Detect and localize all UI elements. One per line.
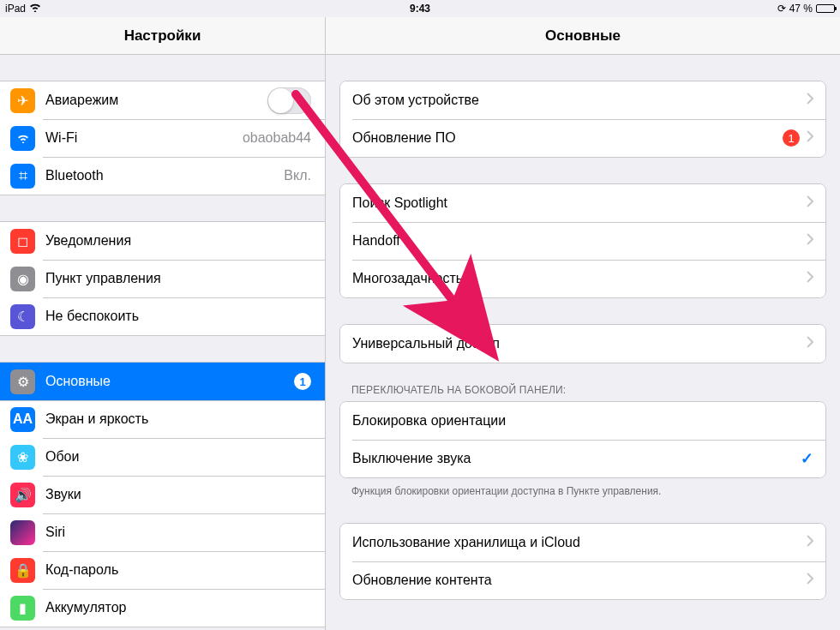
chevron-icon xyxy=(807,233,813,249)
sidebar-item-battery[interactable]: ▮ Аккумулятор xyxy=(0,589,325,627)
multitasking-label: Многозадачность xyxy=(352,271,800,286)
detail-item-mute[interactable]: Выключение звука ✓ xyxy=(340,440,825,477)
chevron-icon xyxy=(807,130,813,146)
general-badge: 1 xyxy=(294,373,311,390)
orientation-lock-icon: ⟳ xyxy=(777,3,786,15)
general-label: Основные xyxy=(45,374,294,389)
sidebar-item-dnd[interactable]: ☾ Не беспокоить xyxy=(0,297,325,335)
software-update-label: Обновление ПО xyxy=(352,130,783,146)
handoff-label: Handoff xyxy=(352,233,800,249)
detail-item-background-refresh[interactable]: Обновление контента xyxy=(340,561,825,599)
control-center-icon: ◉ xyxy=(10,267,35,291)
siri-icon xyxy=(10,520,35,545)
detail-item-lock-rotation[interactable]: Блокировка ориентации xyxy=(340,402,825,440)
detail-title: Основные xyxy=(326,17,840,55)
display-icon: AA xyxy=(10,407,35,432)
sidebar-item-siri[interactable]: Siri xyxy=(0,513,325,551)
wifi-status-icon xyxy=(29,3,41,15)
battery-icon xyxy=(816,4,835,13)
lock-rotation-label: Блокировка ориентации xyxy=(352,413,813,429)
sidebar-item-sounds[interactable]: 🔊 Звуки xyxy=(0,476,325,513)
sidebar-item-display[interactable]: AA Экран и яркость xyxy=(0,400,325,438)
display-label: Экран и яркость xyxy=(45,411,311,427)
wifi-value: obaobab44 xyxy=(243,130,311,146)
dnd-label: Не беспокоить xyxy=(45,309,311,324)
chevron-icon xyxy=(807,535,813,550)
chevron-icon xyxy=(807,271,813,286)
device-label: iPad xyxy=(5,3,26,15)
wifi-label: Wi-Fi xyxy=(45,130,243,146)
airplane-icon: ✈ xyxy=(10,88,35,113)
mute-label: Выключение звука xyxy=(352,451,801,466)
side-switch-footer: Функция блокировки ориентации доступна в… xyxy=(351,485,814,497)
sidebar-item-bluetooth[interactable]: ⌗ Bluetooth Вкл. xyxy=(0,157,325,195)
wifi-icon xyxy=(10,126,35,151)
sidebar-item-airplane[interactable]: ✈ Авиарежим xyxy=(0,81,325,119)
detail-item-storage[interactable]: Использование хранилища и iCloud xyxy=(340,524,825,561)
dnd-icon: ☾ xyxy=(10,304,35,329)
chevron-icon xyxy=(807,195,813,211)
chevron-icon xyxy=(807,93,813,108)
sidebar-item-wallpaper[interactable]: ❀ Обои xyxy=(0,438,325,476)
bluetooth-icon: ⌗ xyxy=(10,164,35,189)
background-refresh-label: Обновление контента xyxy=(352,573,800,588)
chevron-icon xyxy=(807,573,813,588)
airplane-label: Авиарежим xyxy=(45,93,267,108)
storage-label: Использование хранилища и iCloud xyxy=(352,535,800,550)
sounds-label: Звуки xyxy=(45,487,311,502)
sidebar-item-passcode[interactable]: 🔒 Код-пароль xyxy=(0,551,325,589)
wallpaper-icon: ❀ xyxy=(10,445,35,470)
sidebar-item-notifications[interactable]: ◻ Уведомления xyxy=(0,222,325,260)
gear-icon: ⚙ xyxy=(10,369,35,394)
control-center-label: Пункт управления xyxy=(45,271,311,286)
sidebar-item-wifi[interactable]: Wi-Fi obaobab44 xyxy=(0,119,325,157)
sidebar-title: Настройки xyxy=(0,17,325,55)
detail-item-accessibility[interactable]: Универсальный доступ xyxy=(340,325,825,363)
side-switch-header: ПЕРЕКЛЮЧАТЕЛЬ НА БОКОВОЙ ПАНЕЛИ: xyxy=(351,384,814,396)
chevron-icon xyxy=(807,336,813,351)
sidebar-item-control-center[interactable]: ◉ Пункт управления xyxy=(0,260,325,297)
settings-sidebar: Настройки ✈ Авиарежим Wi-Fi obaobab44 ⌗ xyxy=(0,17,326,630)
spotlight-label: Поиск Spotlight xyxy=(352,195,800,211)
detail-item-about[interactable]: Об этом устройстве xyxy=(340,81,825,119)
bluetooth-label: Bluetooth xyxy=(45,168,284,183)
about-label: Об этом устройстве xyxy=(352,93,800,108)
bluetooth-value: Вкл. xyxy=(284,168,311,183)
clock: 9:43 xyxy=(410,3,430,15)
accessibility-label: Универсальный доступ xyxy=(352,336,800,351)
detail-pane: Основные Об этом устройстве Обновление П… xyxy=(326,17,840,630)
detail-item-software-update[interactable]: Обновление ПО 1 xyxy=(340,119,825,157)
sounds-icon: 🔊 xyxy=(10,483,35,507)
notifications-label: Уведомления xyxy=(45,233,311,249)
check-icon: ✓ xyxy=(801,449,813,468)
detail-item-spotlight[interactable]: Поиск Spotlight xyxy=(340,184,825,222)
lock-icon: 🔒 xyxy=(10,558,35,583)
passcode-label: Код-пароль xyxy=(45,562,311,578)
battery-percent: 47 % xyxy=(789,3,813,15)
sidebar-item-general[interactable]: ⚙ Основные 1 xyxy=(0,363,325,400)
detail-item-multitasking[interactable]: Многозадачность xyxy=(340,260,825,297)
siri-label: Siri xyxy=(45,525,311,540)
battery-label: Аккумулятор xyxy=(45,600,311,615)
software-update-badge: 1 xyxy=(783,129,800,147)
airplane-switch[interactable] xyxy=(267,87,311,114)
battery-row-icon: ▮ xyxy=(10,596,35,621)
wallpaper-label: Обои xyxy=(45,449,311,465)
detail-item-handoff[interactable]: Handoff xyxy=(340,222,825,260)
notifications-icon: ◻ xyxy=(10,229,35,254)
